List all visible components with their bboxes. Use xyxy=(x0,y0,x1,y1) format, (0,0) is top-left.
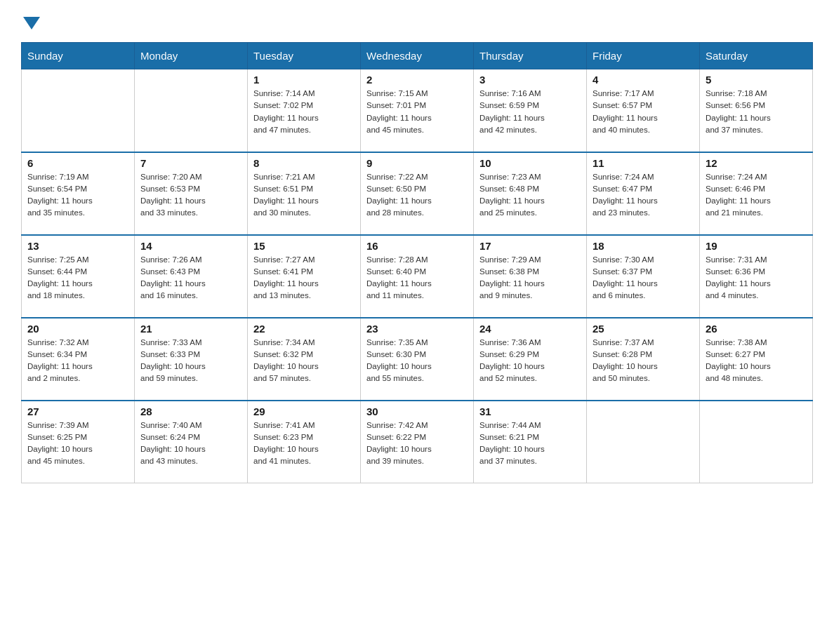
calendar-cell: 25Sunrise: 7:37 AM Sunset: 6:28 PM Dayli… xyxy=(587,318,700,401)
day-number: 8 xyxy=(253,157,355,169)
calendar-cell: 10Sunrise: 7:23 AM Sunset: 6:48 PM Dayli… xyxy=(474,152,587,235)
calendar-table: SundayMondayTuesdayWednesdayThursdayFrid… xyxy=(21,42,813,483)
day-number: 16 xyxy=(366,240,468,252)
day-info: Sunrise: 7:32 AM Sunset: 6:34 PM Dayligh… xyxy=(27,337,128,385)
day-number: 5 xyxy=(706,74,807,86)
day-info: Sunrise: 7:24 AM Sunset: 6:47 PM Dayligh… xyxy=(593,171,694,220)
day-info: Sunrise: 7:19 AM Sunset: 6:54 PM Dayligh… xyxy=(27,171,128,220)
day-info: Sunrise: 7:28 AM Sunset: 6:40 PM Dayligh… xyxy=(366,254,468,302)
calendar-cell: 8Sunrise: 7:21 AM Sunset: 6:51 PM Daylig… xyxy=(248,152,361,235)
day-number: 29 xyxy=(253,405,355,417)
day-of-week-header: Monday xyxy=(135,43,248,69)
calendar-cell: 21Sunrise: 7:33 AM Sunset: 6:33 PM Dayli… xyxy=(135,318,248,401)
day-number: 18 xyxy=(593,240,694,252)
day-number: 12 xyxy=(706,157,807,169)
day-number: 31 xyxy=(479,405,581,417)
day-info: Sunrise: 7:42 AM Sunset: 6:22 PM Dayligh… xyxy=(366,420,468,468)
calendar-week-row: 20Sunrise: 7:32 AM Sunset: 6:34 PM Dayli… xyxy=(22,318,813,401)
day-info: Sunrise: 7:18 AM Sunset: 6:56 PM Dayligh… xyxy=(706,88,807,136)
day-number: 19 xyxy=(706,240,807,252)
calendar-cell: 28Sunrise: 7:40 AM Sunset: 6:24 PM Dayli… xyxy=(135,401,248,483)
calendar-cell: 16Sunrise: 7:28 AM Sunset: 6:40 PM Dayli… xyxy=(361,235,474,318)
calendar-week-row: 1Sunrise: 7:14 AM Sunset: 7:02 PM Daylig… xyxy=(22,69,813,152)
day-of-week-header: Saturday xyxy=(700,43,813,69)
day-number: 22 xyxy=(253,323,355,335)
calendar-cell: 26Sunrise: 7:38 AM Sunset: 6:27 PM Dayli… xyxy=(700,318,813,401)
day-number: 20 xyxy=(27,323,128,335)
day-number: 11 xyxy=(593,157,694,169)
calendar-cell: 31Sunrise: 7:44 AM Sunset: 6:21 PM Dayli… xyxy=(474,401,587,483)
calendar-cell: 14Sunrise: 7:26 AM Sunset: 6:43 PM Dayli… xyxy=(135,235,248,318)
day-info: Sunrise: 7:20 AM Sunset: 6:53 PM Dayligh… xyxy=(140,171,241,220)
day-number: 28 xyxy=(140,405,241,417)
day-info: Sunrise: 7:39 AM Sunset: 6:25 PM Dayligh… xyxy=(27,420,128,468)
calendar-week-row: 13Sunrise: 7:25 AM Sunset: 6:44 PM Dayli… xyxy=(22,235,813,318)
day-info: Sunrise: 7:17 AM Sunset: 6:57 PM Dayligh… xyxy=(593,88,694,136)
day-number: 23 xyxy=(366,323,468,335)
day-number: 15 xyxy=(253,240,355,252)
day-info: Sunrise: 7:29 AM Sunset: 6:38 PM Dayligh… xyxy=(479,254,581,302)
day-number: 2 xyxy=(366,74,468,86)
calendar-cell: 30Sunrise: 7:42 AM Sunset: 6:22 PM Dayli… xyxy=(361,401,474,483)
calendar-cell: 1Sunrise: 7:14 AM Sunset: 7:02 PM Daylig… xyxy=(248,69,361,152)
calendar-cell: 17Sunrise: 7:29 AM Sunset: 6:38 PM Dayli… xyxy=(474,235,587,318)
calendar-cell: 11Sunrise: 7:24 AM Sunset: 6:47 PM Dayli… xyxy=(587,152,700,235)
day-info: Sunrise: 7:22 AM Sunset: 6:50 PM Dayligh… xyxy=(366,171,468,220)
calendar-cell: 29Sunrise: 7:41 AM Sunset: 6:23 PM Dayli… xyxy=(248,401,361,483)
day-number: 30 xyxy=(366,405,468,417)
calendar-cell: 7Sunrise: 7:20 AM Sunset: 6:53 PM Daylig… xyxy=(135,152,248,235)
day-info: Sunrise: 7:37 AM Sunset: 6:28 PM Dayligh… xyxy=(593,337,694,385)
day-info: Sunrise: 7:24 AM Sunset: 6:46 PM Dayligh… xyxy=(706,171,807,220)
calendar-cell: 9Sunrise: 7:22 AM Sunset: 6:50 PM Daylig… xyxy=(361,152,474,235)
logo-triangle-icon xyxy=(23,17,40,29)
calendar-cell: 6Sunrise: 7:19 AM Sunset: 6:54 PM Daylig… xyxy=(22,152,135,235)
day-info: Sunrise: 7:30 AM Sunset: 6:37 PM Dayligh… xyxy=(593,254,694,302)
page-header xyxy=(21,14,813,29)
day-info: Sunrise: 7:25 AM Sunset: 6:44 PM Dayligh… xyxy=(27,254,128,302)
calendar-cell: 19Sunrise: 7:31 AM Sunset: 6:36 PM Dayli… xyxy=(700,235,813,318)
day-number: 9 xyxy=(366,157,468,169)
day-info: Sunrise: 7:31 AM Sunset: 6:36 PM Dayligh… xyxy=(706,254,807,302)
day-number: 17 xyxy=(479,240,581,252)
calendar-cell: 27Sunrise: 7:39 AM Sunset: 6:25 PM Dayli… xyxy=(22,401,135,483)
day-number: 1 xyxy=(253,74,355,86)
day-number: 13 xyxy=(27,240,128,252)
calendar-week-row: 6Sunrise: 7:19 AM Sunset: 6:54 PM Daylig… xyxy=(22,152,813,235)
day-info: Sunrise: 7:16 AM Sunset: 6:59 PM Dayligh… xyxy=(479,88,581,136)
calendar-cell: 15Sunrise: 7:27 AM Sunset: 6:41 PM Dayli… xyxy=(248,235,361,318)
day-number: 7 xyxy=(140,157,241,169)
day-of-week-header: Thursday xyxy=(474,43,587,69)
calendar-cell: 13Sunrise: 7:25 AM Sunset: 6:44 PM Dayli… xyxy=(22,235,135,318)
day-info: Sunrise: 7:34 AM Sunset: 6:32 PM Dayligh… xyxy=(253,337,355,385)
day-info: Sunrise: 7:44 AM Sunset: 6:21 PM Dayligh… xyxy=(479,420,581,468)
calendar-cell: 20Sunrise: 7:32 AM Sunset: 6:34 PM Dayli… xyxy=(22,318,135,401)
calendar-cell: 4Sunrise: 7:17 AM Sunset: 6:57 PM Daylig… xyxy=(587,69,700,152)
day-of-week-header: Friday xyxy=(587,43,700,69)
day-number: 21 xyxy=(140,323,241,335)
calendar-cell: 12Sunrise: 7:24 AM Sunset: 6:46 PM Dayli… xyxy=(700,152,813,235)
day-info: Sunrise: 7:35 AM Sunset: 6:30 PM Dayligh… xyxy=(366,337,468,385)
day-of-week-header: Wednesday xyxy=(361,43,474,69)
calendar-cell xyxy=(22,69,135,152)
calendar-cell xyxy=(700,401,813,483)
day-of-week-header: Sunday xyxy=(22,43,135,69)
day-number: 27 xyxy=(27,405,128,417)
day-info: Sunrise: 7:40 AM Sunset: 6:24 PM Dayligh… xyxy=(140,420,241,468)
day-info: Sunrise: 7:15 AM Sunset: 7:01 PM Dayligh… xyxy=(366,88,468,136)
calendar-cell xyxy=(135,69,248,152)
calendar-header-row: SundayMondayTuesdayWednesdayThursdayFrid… xyxy=(22,43,813,69)
day-number: 10 xyxy=(479,157,581,169)
day-info: Sunrise: 7:21 AM Sunset: 6:51 PM Dayligh… xyxy=(253,171,355,220)
day-number: 14 xyxy=(140,240,241,252)
calendar-cell: 18Sunrise: 7:30 AM Sunset: 6:37 PM Dayli… xyxy=(587,235,700,318)
calendar-cell: 23Sunrise: 7:35 AM Sunset: 6:30 PM Dayli… xyxy=(361,318,474,401)
day-number: 25 xyxy=(593,323,694,335)
day-info: Sunrise: 7:26 AM Sunset: 6:43 PM Dayligh… xyxy=(140,254,241,302)
day-of-week-header: Tuesday xyxy=(248,43,361,69)
day-info: Sunrise: 7:23 AM Sunset: 6:48 PM Dayligh… xyxy=(479,171,581,220)
calendar-cell: 2Sunrise: 7:15 AM Sunset: 7:01 PM Daylig… xyxy=(361,69,474,152)
calendar-cell: 24Sunrise: 7:36 AM Sunset: 6:29 PM Dayli… xyxy=(474,318,587,401)
calendar-cell xyxy=(587,401,700,483)
logo xyxy=(21,14,40,29)
day-info: Sunrise: 7:27 AM Sunset: 6:41 PM Dayligh… xyxy=(253,254,355,302)
